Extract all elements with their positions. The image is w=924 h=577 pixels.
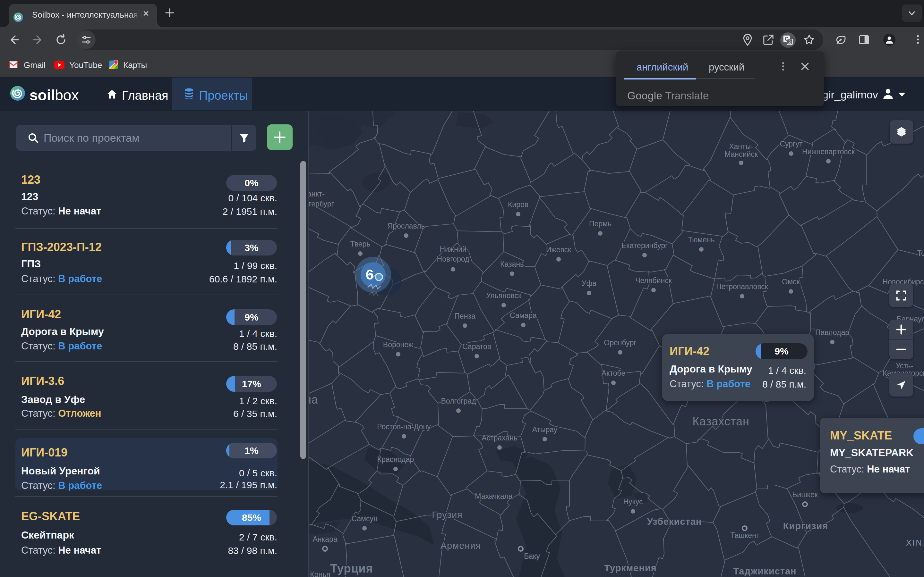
- svg-text:Нижневартовск: Нижневартовск: [802, 147, 855, 156]
- svg-text:Актобе: Актобе: [602, 369, 625, 377]
- svg-text:Павлодар: Павлодар: [815, 328, 849, 337]
- svg-text:Сургут: Сургут: [780, 140, 803, 148]
- svg-text:Уфа: Уфа: [582, 279, 597, 287]
- svg-text:Тюмень: Тюмень: [688, 235, 714, 244]
- svg-text:Новгород: Новгород: [437, 255, 469, 263]
- svg-text:Казахстан: Казахстан: [692, 415, 750, 428]
- svg-text:Краснодар: Краснодар: [377, 455, 414, 464]
- svg-text:Турция: Турция: [330, 562, 373, 575]
- svg-text:Петропавловск: Петропавловск: [716, 282, 768, 291]
- svg-text:Грузия: Грузия: [432, 510, 463, 520]
- svg-text:Самсун: Самсун: [351, 514, 377, 523]
- svg-text:Баку: Баку: [524, 552, 540, 560]
- svg-text:Астрахань: Астрахань: [481, 434, 517, 442]
- svg-text:文: 文: [787, 39, 792, 45]
- svg-text:Омск: Омск: [782, 277, 800, 286]
- svg-text:Махачкала: Махачкала: [475, 492, 512, 500]
- svg-text:Туркмения: Туркмения: [604, 563, 656, 573]
- svg-text:Мансийск: Мансийск: [724, 150, 758, 158]
- svg-text:Самара: Самара: [510, 311, 537, 319]
- svg-text:Анкара: Анкара: [313, 535, 338, 543]
- svg-text:XIN: XIN: [906, 538, 923, 548]
- svg-text:Ярославль: Ярославль: [388, 222, 425, 230]
- svg-text:Воронеж: Воронеж: [383, 340, 414, 349]
- svg-text:Таджикистан: Таджикистан: [733, 566, 796, 576]
- svg-text:Томск: Томск: [917, 249, 924, 258]
- svg-text:Украина: Украина: [309, 393, 318, 406]
- svg-text:Нукус: Нукус: [623, 498, 643, 506]
- svg-text:Оренбург: Оренбург: [604, 338, 636, 347]
- svg-text:Петербург: Петербург: [309, 200, 334, 208]
- svg-text:Ростов-на-Дону: Ростов-на-Дону: [377, 422, 431, 431]
- svg-text:Тверь: Тверь: [351, 240, 371, 248]
- svg-text:Армения: Армения: [441, 540, 481, 551]
- svg-text:Ульяновск: Ульяновск: [486, 292, 522, 300]
- svg-text:Узбекистан: Узбекистан: [647, 516, 702, 527]
- svg-text:Бишкек: Бишкек: [792, 490, 818, 499]
- svg-text:6: 6: [366, 267, 373, 282]
- svg-text:Нижний: Нижний: [439, 245, 466, 253]
- svg-text:Киров: Киров: [508, 200, 528, 209]
- svg-text:Волгоград: Волгоград: [441, 397, 476, 405]
- svg-text:Саратов: Саратов: [462, 342, 491, 351]
- svg-text:Челябинск: Челябинск: [635, 276, 672, 285]
- svg-text:Ханты-: Ханты-: [729, 142, 753, 151]
- svg-text:Казань: Казань: [500, 260, 524, 268]
- svg-text:Конья: Конья: [310, 570, 330, 577]
- svg-text:Атырау: Атырау: [532, 425, 557, 434]
- svg-text:Санкт-: Санкт-: [309, 190, 325, 198]
- svg-text:Екатеринбург: Екатеринбург: [622, 242, 668, 250]
- svg-text:Киргизия: Киргизия: [783, 521, 828, 531]
- svg-text:Ташкент: Ташкент: [730, 531, 760, 540]
- svg-text:Пенза: Пенза: [454, 312, 475, 320]
- svg-text:Ижевск: Ижевск: [546, 245, 572, 254]
- svg-text:Пермь: Пермь: [589, 219, 612, 228]
